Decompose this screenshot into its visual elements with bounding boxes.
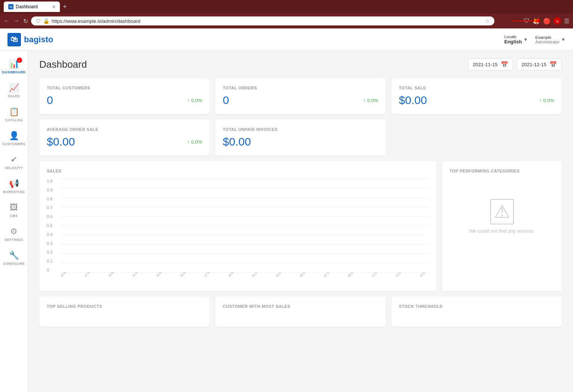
locale-selector[interactable]: Locale English ▼ <box>504 34 528 45</box>
date-from-input[interactable]: 2021-11-15 📅 <box>468 58 513 71</box>
x-label-09dec: 09 Dec <box>347 272 360 281</box>
velocity-icon: ✔ <box>10 155 17 165</box>
sidebar-item-cms[interactable]: 🖼 CMS <box>0 198 28 222</box>
user-dropdown-icon: ▼ <box>561 37 566 42</box>
stats-row-2: AVERAGE ORDER SALE $0.00 ↑ 0.0% TOTAL UN… <box>39 120 562 156</box>
top-selling-card: TOP SELLING PRODUCTS <box>39 297 210 327</box>
y-label-04: 0.4 <box>47 232 58 237</box>
stock-threshold-title: STOCK THRESHOLD <box>399 304 554 309</box>
sidebar-item-configure[interactable]: 🔧 CONFIGURE <box>0 246 28 270</box>
address-bar-row: ← → ↻ 🛡 🔒 https://www.example.io/admin/d… <box>0 13 573 28</box>
average-order-row: $0.00 ↑ 0.0% <box>47 135 202 148</box>
configure-icon: 🔧 <box>9 251 19 260</box>
calendar-from-icon: 📅 <box>501 61 508 68</box>
y-label-06: 0.6 <box>47 214 58 219</box>
bottom-row: TOP SELLING PRODUCTS CUSTOMER WITH MOST … <box>39 297 562 327</box>
forward-button[interactable]: → <box>13 18 19 24</box>
url-text: https://www.example.io/admin/dashboard <box>52 18 483 24</box>
x-label-03dec: 03 Dec <box>275 272 288 281</box>
header-right: Locale English ▼ Example Administrator ▼ <box>504 34 566 45</box>
grid-line-8 <box>60 244 429 245</box>
y-label-07: 0.7 <box>47 205 58 210</box>
warning-triangle-icon: ⚠ <box>490 199 514 224</box>
chart-grid <box>60 179 429 272</box>
average-order-card: AVERAGE ORDER SALE $0.00 ↑ 0.0% <box>39 120 210 156</box>
new-tab-button[interactable]: + <box>63 3 67 11</box>
refresh-button[interactable]: ↻ <box>23 18 28 25</box>
total-orders-value: 0 <box>223 94 229 107</box>
sidebar-item-marketing[interactable]: 📢 MARKETING <box>0 174 28 198</box>
sidebar-item-dashboard[interactable]: 📊 0 DASHBOARD <box>0 55 28 79</box>
tab-favicon: 🛍 <box>8 4 13 9</box>
x-label-13dec: 13 Dec <box>395 272 408 281</box>
y-label-01: 0.1 <box>47 259 58 263</box>
logo-text: bagisto <box>24 35 53 45</box>
no-records-section: ⚠ We could not find any records. <box>449 179 554 254</box>
total-customers-label: TOTAL CUSTOMERS <box>47 86 202 90</box>
total-customers-change: ↑ 0.0% <box>187 97 202 103</box>
sidebar-item-sales[interactable]: 📈 SALES <box>0 79 28 102</box>
average-order-label: AVERAGE ORDER SALE <box>47 127 202 132</box>
sidebar-item-settings[interactable]: ⚙ SETTINGS <box>0 222 28 246</box>
total-sale-value: $0.00 <box>399 94 427 107</box>
sidebar-item-catalog[interactable]: 📋 CATALOG <box>0 102 28 126</box>
y-label-03: 0.3 <box>47 241 58 246</box>
x-label-19nov: 19 Nov <box>108 272 120 281</box>
menu-icon[interactable]: ☰ <box>564 18 569 25</box>
ext-icon-4: u <box>554 17 561 25</box>
settings-icon: ⚙ <box>10 227 18 236</box>
total-customers-row: 0 ↑ 0.0% <box>47 94 202 107</box>
total-orders-row: 0 ↑ 0.0% <box>223 94 378 107</box>
y-label-10: 1.0 <box>47 179 58 183</box>
sales-chart-area: 1.0 0.9 0.8 0.7 0.6 0.5 0.4 0.3 0.2 0.1 … <box>47 179 429 284</box>
browser-tab[interactable]: 🛍 Dashboard × <box>4 1 60 12</box>
orders-change-value: 0.0% <box>367 98 378 103</box>
address-bar[interactable]: 🛡 🔒 https://www.example.io/admin/dashboa… <box>31 16 494 25</box>
grid-line-2 <box>60 188 429 189</box>
sidebar-label-configure: CONFIGURE <box>3 262 25 266</box>
total-sale-row: $0.00 ↑ 0.0% <box>399 94 554 107</box>
avg-change-value: 0.0% <box>191 139 202 145</box>
sales-icon: 📈 <box>9 83 19 93</box>
customers-icon: 👤 <box>9 131 19 141</box>
average-order-change: ↑ 0.0% <box>187 139 202 145</box>
cms-icon: 🖼 <box>10 203 18 212</box>
charts-row: SALES 1.0 0.9 0.8 0.7 0.6 0.5 0.4 0.3 0.… <box>39 161 562 291</box>
total-orders-change: ↑ 0.0% <box>363 97 378 103</box>
customer-most-sales-title: CUSTOMER WITH MOST SALES <box>223 304 378 309</box>
y-label-09: 0.9 <box>47 188 58 192</box>
total-sale-change: ↑ 0.0% <box>539 97 554 103</box>
top-selling-title: TOP SELLING PRODUCTS <box>47 304 202 309</box>
x-label-15dec: 15 Dec <box>419 272 429 281</box>
x-label-11dec: 11 Dec <box>371 272 384 281</box>
page-header: Dashboard 2021-11-15 📅 2021-12-15 📅 <box>39 58 562 71</box>
grid-line-3 <box>60 197 429 198</box>
customers-change-value: 0.0% <box>191 98 202 103</box>
unpaid-invoices-card: TOTAL UNPAID INVOICES $0.00 <box>215 120 385 156</box>
x-label-01dec: 01 Dec <box>252 272 264 281</box>
y-label-00: 0 <box>47 268 58 272</box>
user-menu[interactable]: Example Administrator ▼ <box>535 35 566 44</box>
annotation-arrow <box>512 19 539 23</box>
logo[interactable]: 🛍 bagisto <box>7 33 53 46</box>
lock-icon: 🔒 <box>43 18 49 24</box>
date-to-input[interactable]: 2021-12-15 📅 <box>517 58 562 71</box>
unpaid-invoices-row: $0.00 <box>223 135 378 148</box>
sidebar-item-customers[interactable]: 👤 CUSTOMERS <box>0 126 28 150</box>
tab-close-button[interactable]: × <box>52 4 55 10</box>
unpaid-invoices-value: $0.00 <box>223 135 251 148</box>
back-button[interactable]: ← <box>4 18 10 24</box>
sidebar-item-velocity[interactable]: ✔ VELOCITY <box>0 150 28 174</box>
sidebar: 📊 0 DASHBOARD 📈 SALES 📋 CATALOG 👤 CUSTOM… <box>0 51 28 392</box>
x-label-29nov: 29 Nov <box>228 272 240 281</box>
sidebar-label-cms: CMS <box>10 214 18 218</box>
page-title: Dashboard <box>39 59 464 70</box>
user-label: Example <box>535 35 560 40</box>
total-orders-card: TOTAL ORDERS 0 ↑ 0.0% <box>215 78 385 114</box>
dashboard-icon-wrapper: 📊 0 <box>9 59 19 69</box>
locale-dropdown-icon: ▼ <box>523 37 528 42</box>
security-icon: 🛡 <box>36 18 41 24</box>
grid-line-4 <box>60 207 429 207</box>
average-order-value: $0.00 <box>47 135 75 148</box>
star-icon[interactable]: ☆ <box>485 18 490 24</box>
